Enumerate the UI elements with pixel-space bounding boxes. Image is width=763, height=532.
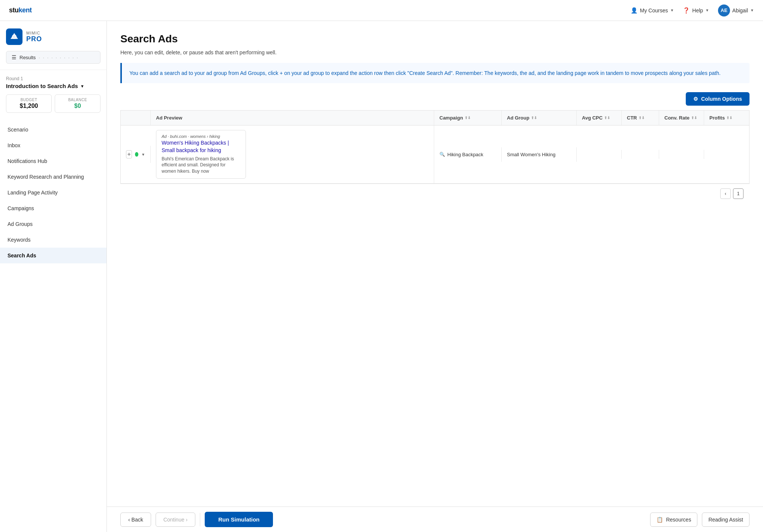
balance-box: BALANCE $0 xyxy=(55,94,100,113)
course-title[interactable]: Introduction to Search Ads ▼ xyxy=(6,83,100,89)
continue-button[interactable]: Continue › xyxy=(156,513,196,527)
columns-icon: ⚙ xyxy=(693,96,698,102)
th-ad-preview: Ad Preview xyxy=(151,111,434,125)
reading-assist-button[interactable]: Reading Assist xyxy=(702,513,750,527)
ad-preview-cell: Ad · buhi.com · womens › hiking Women's … xyxy=(151,126,434,183)
campaign-cell: 🔍 Hiking Backpack xyxy=(434,147,502,162)
my-courses-nav[interactable]: 👤 My Courses ▼ xyxy=(631,7,674,14)
info-box-text: You can add a search ad to your ad group… xyxy=(129,69,742,77)
th-campaign-label: Campaign xyxy=(439,115,463,121)
footer-right: 📋 Resources Reading Assist xyxy=(650,513,750,527)
ad-title: Women's Hiking Backpacks | Small backpac… xyxy=(162,139,240,154)
course-title-text: Introduction to Search Ads xyxy=(6,83,78,89)
th-ctr-label: CTR xyxy=(627,115,637,121)
sidebar-nav: Scenario Inbox Notifications Hub Keyword… xyxy=(0,119,106,532)
sidebar-item-inbox[interactable]: Inbox xyxy=(0,137,106,153)
ctr-cell xyxy=(622,150,659,159)
profits-cell xyxy=(704,150,749,159)
ad-domain: Ad · buhi.com · womens › hiking xyxy=(162,134,220,139)
th-profits[interactable]: Profits ⬆⬇ xyxy=(704,111,749,125)
content-main: Search Ads Here, you can edit, delete, o… xyxy=(107,21,763,507)
sidebar-item-search-ads[interactable]: Search Ads xyxy=(0,248,106,263)
pagination-row: ‹ 1 xyxy=(120,184,750,203)
mimic-icon xyxy=(6,28,22,45)
campaign-value: Hiking Backpack xyxy=(447,152,483,157)
sidebar-top: MIMIC PRO ☰ Results · · · · · · · · · · xyxy=(0,21,106,70)
mimic-logo: MIMIC PRO xyxy=(6,28,100,45)
ad-description: Buhi's Emerican Dream Backpack is effici… xyxy=(162,156,240,175)
avatar: AE xyxy=(718,4,730,16)
budget-row: BUDGET $1,200 BALANCE $0 xyxy=(6,94,100,113)
footer-divider xyxy=(200,513,200,526)
footer-left: ‹ Back Continue › Run Simulation xyxy=(120,512,273,527)
results-dots: · · · · · · · · · · xyxy=(39,55,79,60)
th-avg-cpc[interactable]: Avg CPC ⬆⬇ xyxy=(577,111,622,125)
page-1-button[interactable]: 1 xyxy=(733,188,744,199)
help-chevron: ▼ xyxy=(705,8,709,12)
balance-value: $0 xyxy=(60,103,96,109)
budget-label: BUDGET xyxy=(11,98,47,102)
budget-value: $1,200 xyxy=(11,103,47,109)
sidebar-item-keywords[interactable]: Keywords xyxy=(0,232,106,248)
th-conv-rate[interactable]: Conv. Rate ⬆⬇ xyxy=(659,111,704,125)
course-chevron: ▼ xyxy=(80,84,84,88)
user-chevron: ▼ xyxy=(750,8,754,12)
my-courses-label: My Courses xyxy=(640,7,668,13)
sidebar-item-scenario[interactable]: Scenario xyxy=(0,122,106,137)
resources-button[interactable]: 📋 Resources xyxy=(650,513,697,527)
top-nav: stukent 👤 My Courses ▼ ❓ Help ▼ AE Abiga… xyxy=(0,0,763,21)
th-profits-label: Profits xyxy=(709,115,725,121)
run-simulation-button[interactable]: Run Simulation xyxy=(205,512,273,527)
status-chevron[interactable]: ▼ xyxy=(141,152,145,157)
search-icon-small: 🔍 xyxy=(439,152,445,157)
mimic-text: MIMIC PRO xyxy=(26,31,42,43)
sidebar-item-landing-page[interactable]: Landing Page Activity xyxy=(0,185,106,200)
th-controls xyxy=(121,111,151,125)
ads-table: Ad Preview Campaign ⬆⬇ Ad Group ⬆⬇ Avg C… xyxy=(120,110,750,184)
top-nav-right: 👤 My Courses ▼ ❓ Help ▼ AE Abigail ▼ xyxy=(631,4,754,16)
th-ad-group[interactable]: Ad Group ⬆⬇ xyxy=(502,111,577,125)
page-desc: Here, you can edit, delete, or pause ads… xyxy=(120,49,750,55)
prev-page-button[interactable]: ‹ xyxy=(720,188,731,199)
results-button[interactable]: ☰ Results · · · · · · · · · · xyxy=(6,51,100,64)
stukent-logo: stukent xyxy=(9,6,32,14)
main-layout: MIMIC PRO ☰ Results · · · · · · · · · · … xyxy=(0,21,763,532)
th-conv-rate-label: Conv. Rate xyxy=(664,115,690,121)
row-expand-button[interactable]: + xyxy=(126,150,132,158)
sidebar-item-notifications[interactable]: Notifications Hub xyxy=(0,153,106,169)
budget-box: BUDGET $1,200 xyxy=(6,94,52,113)
round-section: Round 1 Introduction to Search Ads ▼ BUD… xyxy=(0,70,106,119)
my-courses-chevron: ▼ xyxy=(670,8,674,12)
sidebar-item-campaigns[interactable]: Campaigns xyxy=(0,200,106,216)
campaign-sort-icon: ⬆⬇ xyxy=(465,116,471,120)
help-nav[interactable]: ❓ Help ▼ xyxy=(683,7,709,14)
conv-rate-cell xyxy=(659,150,704,159)
sidebar-item-ad-groups[interactable]: Ad Groups xyxy=(0,216,106,232)
conv-rate-sort-icon: ⬆⬇ xyxy=(691,116,697,120)
th-campaign[interactable]: Campaign ⬆⬇ xyxy=(434,111,502,125)
ad-group-cell: Small Women's Hiking xyxy=(502,147,577,162)
ctr-sort-icon: ⬆⬇ xyxy=(639,116,645,120)
info-box: You can add a search ad to your ad group… xyxy=(120,63,750,83)
row-controls: + ▼ xyxy=(121,146,151,163)
ad-preview-card: Ad · buhi.com · womens › hiking Women's … xyxy=(156,130,246,179)
resources-icon: 📋 xyxy=(657,517,663,523)
back-button[interactable]: ‹ Back xyxy=(120,513,151,527)
th-avg-cpc-label: Avg CPC xyxy=(582,115,603,121)
footer-bar: ‹ Back Continue › Run Simulation 📋 Resou… xyxy=(107,507,763,532)
th-ad-preview-label: Ad Preview xyxy=(156,115,182,121)
avg-cpc-cell xyxy=(577,150,622,159)
table-row: + ▼ Ad · buhi.com · womens › hiking Wome… xyxy=(121,126,749,184)
th-ad-group-label: Ad Group xyxy=(507,115,529,121)
sidebar-item-keyword-research[interactable]: Keyword Research and Planning xyxy=(0,169,106,185)
user-menu[interactable]: AE Abigail ▼ xyxy=(718,4,754,16)
round-label: Round 1 xyxy=(6,76,100,81)
results-label: Results xyxy=(19,55,36,60)
table-header: Ad Preview Campaign ⬆⬇ Ad Group ⬆⬇ Avg C… xyxy=(121,111,749,126)
ad-group-sort-icon: ⬆⬇ xyxy=(531,116,537,120)
column-options-button[interactable]: ⚙ Column Options xyxy=(686,92,750,106)
th-ctr[interactable]: CTR ⬆⬇ xyxy=(622,111,659,125)
profits-sort-icon: ⬆⬇ xyxy=(726,116,732,120)
username-label: Abigail xyxy=(732,7,748,13)
resources-label: Resources xyxy=(666,517,691,523)
